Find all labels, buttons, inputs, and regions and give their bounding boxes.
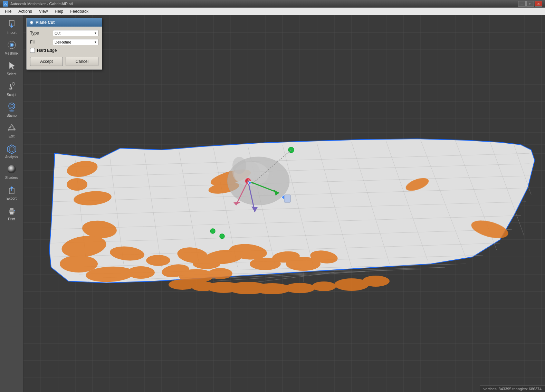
fill-select-wrapper: DelRefine None Remesh ▼ bbox=[53, 39, 98, 45]
svg-point-11 bbox=[9, 110, 15, 112]
edit-icon bbox=[6, 122, 17, 133]
restore-button[interactable]: □ bbox=[526, 1, 534, 7]
svg-point-9 bbox=[9, 103, 15, 109]
left-sidebar: Import Meshmix Select bbox=[0, 15, 23, 392]
svg-point-112 bbox=[60, 255, 98, 273]
type-select[interactable]: Cut Slice Fill bbox=[53, 30, 98, 36]
svg-point-139 bbox=[362, 276, 390, 287]
sidebar-item-export[interactable]: Export bbox=[1, 182, 22, 202]
shaders-icon bbox=[6, 164, 17, 175]
svg-marker-12 bbox=[8, 124, 15, 130]
minimize-button[interactable]: ─ bbox=[518, 1, 526, 7]
sidebar-item-edit[interactable]: Edit bbox=[1, 120, 22, 140]
import-icon bbox=[6, 19, 17, 30]
svg-point-137 bbox=[312, 281, 336, 291]
meshmix-label: Meshmix bbox=[4, 51, 18, 55]
menu-actions[interactable]: Actions bbox=[15, 8, 35, 15]
menu-file[interactable]: File bbox=[1, 8, 15, 15]
hard-edge-row: Hard Edge bbox=[30, 48, 98, 53]
menu-bar: File Actions View Help Feedback bbox=[0, 8, 545, 15]
svg-point-145 bbox=[232, 157, 246, 174]
edit-label: Edit bbox=[9, 134, 15, 138]
svg-point-158 bbox=[210, 229, 215, 233]
panel-buttons: Accept Cancel bbox=[30, 57, 98, 66]
plane-cut-panel: ⊞ Plane Cut Type Cut Slice Fill ▼ bbox=[26, 18, 102, 70]
fill-row: Fill DelRefine None Remesh ▼ bbox=[30, 39, 98, 45]
stamp-icon bbox=[6, 102, 17, 113]
close-button[interactable]: ✕ bbox=[535, 1, 542, 7]
type-select-wrapper: Cut Slice Fill ▼ bbox=[53, 30, 98, 36]
svg-point-4 bbox=[11, 44, 13, 46]
panel-header: ⊞ Plane Cut bbox=[27, 18, 102, 27]
print-label: Print bbox=[8, 217, 15, 221]
meshmix-icon bbox=[6, 39, 17, 50]
sidebar-item-analysis[interactable]: Analysis bbox=[1, 141, 22, 161]
select-label: Select bbox=[7, 72, 17, 76]
sidebar-item-sculpt[interactable]: Sculpt bbox=[1, 79, 22, 99]
menu-feedback[interactable]: Feedback bbox=[67, 8, 92, 15]
hard-edge-checkbox[interactable] bbox=[30, 48, 35, 53]
sculpt-icon bbox=[6, 81, 17, 92]
export-icon bbox=[6, 184, 17, 195]
svg-rect-22 bbox=[14, 210, 15, 211]
sculpt-label: Sculpt bbox=[7, 93, 17, 97]
type-row: Type Cut Slice Fill ▼ bbox=[30, 30, 98, 36]
svg-point-10 bbox=[10, 104, 13, 108]
cancel-button[interactable]: Cancel bbox=[66, 57, 98, 66]
menu-view[interactable]: View bbox=[36, 8, 51, 15]
svg-point-16 bbox=[8, 165, 16, 173]
viewport[interactable]: ⊞ Plane Cut Type Cut Slice Fill ▼ bbox=[23, 15, 545, 392]
analysis-icon bbox=[6, 143, 17, 154]
main-layout: Import Meshmix Select bbox=[0, 15, 545, 392]
app-icon: A bbox=[3, 1, 8, 7]
accept-button[interactable]: Accept bbox=[30, 57, 63, 66]
svg-point-8 bbox=[12, 83, 15, 85]
svg-point-108 bbox=[67, 178, 87, 191]
sidebar-item-stamp[interactable]: Stamp bbox=[1, 99, 22, 119]
shaders-label: Shaders bbox=[5, 176, 18, 180]
title-bar-controls: ─ □ ✕ bbox=[518, 1, 542, 7]
title-bar: A Autodesk Meshmixer - GabrielAIR.stl ─ … bbox=[0, 0, 545, 8]
window-title: Autodesk Meshmixer - GabrielAIR.stl bbox=[10, 2, 73, 6]
hard-edge-label: Hard Edge bbox=[37, 48, 57, 53]
svg-point-114 bbox=[127, 266, 155, 279]
svg-rect-21 bbox=[10, 212, 13, 214]
svg-point-136 bbox=[284, 283, 315, 293]
select-icon bbox=[6, 60, 17, 71]
sidebar-item-select[interactable]: Select bbox=[1, 58, 22, 78]
stamp-label: Stamp bbox=[7, 114, 17, 117]
scene-svg bbox=[23, 15, 545, 392]
panel-title: Plane Cut bbox=[36, 20, 55, 25]
sidebar-item-meshmix[interactable]: Meshmix bbox=[1, 37, 22, 57]
menu-help[interactable]: Help bbox=[51, 8, 67, 15]
title-bar-left: A Autodesk Meshmixer - GabrielAIR.stl bbox=[3, 1, 73, 7]
sidebar-item-print[interactable]: Print bbox=[1, 203, 22, 223]
fill-select[interactable]: DelRefine None Remesh bbox=[53, 39, 98, 45]
sidebar-item-import[interactable]: Import bbox=[1, 17, 22, 37]
panel-body: Type Cut Slice Fill ▼ Fill DelRe bbox=[27, 27, 102, 69]
sidebar-item-shaders[interactable]: Shaders bbox=[1, 162, 22, 182]
svg-point-119 bbox=[208, 268, 232, 279]
svg-marker-14 bbox=[8, 145, 16, 154]
svg-rect-20 bbox=[10, 208, 13, 210]
status-text: vertices: 343395 triangles: 686374 bbox=[484, 387, 542, 391]
svg-rect-160 bbox=[284, 195, 290, 202]
svg-marker-5 bbox=[9, 62, 15, 69]
svg-marker-15 bbox=[9, 146, 14, 152]
svg-point-116 bbox=[146, 255, 170, 266]
fill-label: Fill bbox=[30, 40, 51, 45]
analysis-label: Analysis bbox=[5, 155, 18, 159]
panel-header-icon: ⊞ bbox=[29, 20, 34, 25]
svg-point-159 bbox=[220, 234, 224, 239]
print-icon bbox=[6, 205, 17, 216]
svg-point-155 bbox=[248, 181, 251, 184]
export-label: Export bbox=[7, 197, 17, 200]
import-label: Import bbox=[7, 31, 16, 35]
status-bar: vertices: 343395 triangles: 686374 bbox=[480, 385, 545, 392]
type-label: Type bbox=[30, 31, 51, 36]
